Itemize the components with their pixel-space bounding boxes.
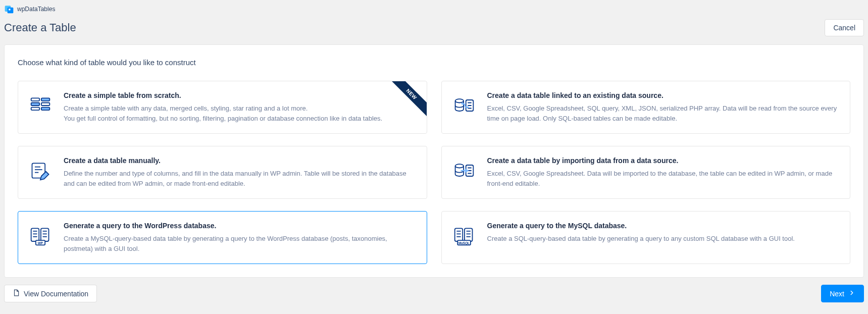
linked-source-icon xyxy=(452,93,476,118)
svg-point-20 xyxy=(455,164,464,168)
brand-name: wpDataTables xyxy=(17,6,55,13)
card-simple-table[interactable]: NEW Create a simple table from scratch. … xyxy=(18,81,427,134)
card-title: Create a data table by importing data fr… xyxy=(487,156,838,165)
main-panel: Choose what kind of table would you like… xyxy=(4,44,864,278)
simple-table-icon xyxy=(28,93,53,118)
svg-point-14 xyxy=(461,103,463,105)
card-import-source[interactable]: Create a data table by importing data fr… xyxy=(441,146,851,199)
manual-table-icon xyxy=(28,159,53,183)
titlebar: Create a Table Cancel xyxy=(4,19,864,36)
svg-rect-4 xyxy=(41,98,49,101)
svg-point-9 xyxy=(455,99,464,102)
card-title: Create a simple table from scratch. xyxy=(64,91,415,99)
svg-point-15 xyxy=(467,107,469,109)
svg-rect-7 xyxy=(31,108,39,111)
card-title: Create a data table manually. xyxy=(64,156,415,165)
cancel-button[interactable]: Cancel xyxy=(825,19,864,36)
card-mysql-query[interactable]: MySQL Generate a query to the MySQL data… xyxy=(441,211,851,264)
card-linked-source[interactable]: Create a data table linked to an existin… xyxy=(441,81,851,134)
svg-rect-5 xyxy=(31,103,39,106)
wordpress-query-icon: WP xyxy=(28,224,53,248)
document-icon xyxy=(13,289,20,298)
section-title: Choose what kind of table would you like… xyxy=(18,58,850,67)
view-documentation-button[interactable]: View Documentation xyxy=(4,285,97,302)
svg-rect-36 xyxy=(454,228,463,241)
card-grid: NEW Create a simple table from scratch. … xyxy=(18,81,850,264)
svg-text:WP: WP xyxy=(38,241,43,245)
card-desc: Create a SQL-query-based data table by g… xyxy=(487,234,838,244)
card-manual-table[interactable]: Create a data table manually. Define the… xyxy=(18,146,427,199)
chevron-right-icon xyxy=(848,289,855,298)
svg-rect-40 xyxy=(464,228,472,241)
next-button[interactable]: Next xyxy=(821,285,864,302)
card-title: Generate a query to the WordPress databa… xyxy=(64,222,415,230)
svg-rect-30 xyxy=(41,228,49,241)
card-desc: Define the number and type of columns, a… xyxy=(64,169,415,188)
brand: wpDataTables xyxy=(4,4,864,14)
import-source-icon xyxy=(452,159,476,183)
svg-rect-2 xyxy=(9,9,10,10)
mysql-query-icon: MySQL xyxy=(452,224,476,248)
next-label: Next xyxy=(830,290,844,298)
card-desc: Create a simple table with any data, mer… xyxy=(64,103,415,123)
svg-rect-8 xyxy=(41,108,49,111)
card-desc: Excel, CSV, Google Spreadsheet, SQL quer… xyxy=(487,103,838,123)
header: wpDataTables Create a Table Cancel xyxy=(0,0,868,44)
brand-logo-icon xyxy=(4,4,14,14)
card-wp-query[interactable]: WP Generate a query to the WordPress dat… xyxy=(18,211,427,264)
view-documentation-label: View Documentation xyxy=(24,290,88,298)
svg-rect-6 xyxy=(41,103,49,106)
page-title: Create a Table xyxy=(4,21,76,34)
footer: View Documentation Next xyxy=(0,278,868,309)
card-desc: Create a MySQL-query-based data table by… xyxy=(64,234,415,253)
svg-rect-26 xyxy=(31,228,39,241)
card-title: Create a data table linked to an existin… xyxy=(487,91,838,99)
svg-rect-3 xyxy=(31,98,39,101)
svg-text:MySQL: MySQL xyxy=(458,241,469,245)
card-title: Generate a query to the MySQL database. xyxy=(487,222,838,230)
card-desc: Excel, CSV, Google Spreadsheet. Data wil… xyxy=(487,169,838,188)
